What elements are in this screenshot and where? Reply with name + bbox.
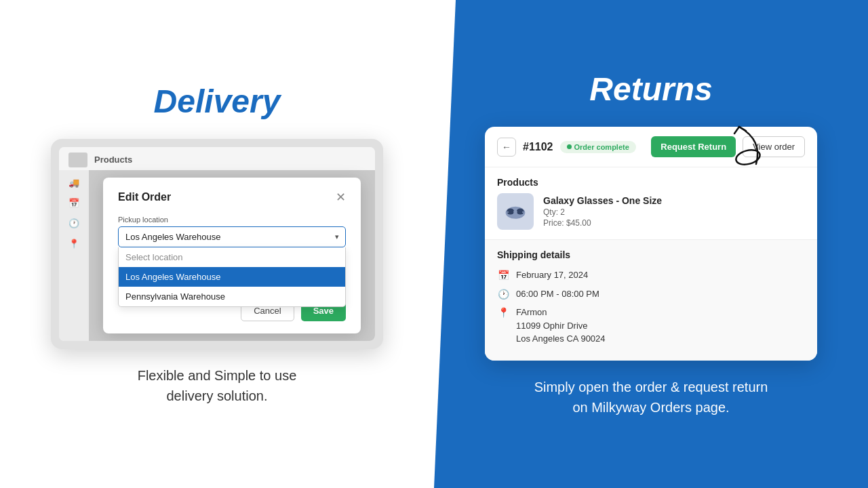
edit-order-modal: Edit Order ✕ Pickup location Los Angeles… [103, 178, 361, 333]
products-section-title: Products [485, 167, 817, 193]
shipping-address-row: 📍 FArmon 11099 Ophir Drive Los Angeles C… [497, 306, 805, 346]
product-name: Galaxy Glasses - One Size [543, 195, 662, 206]
order-card-header: ← #1102 Order complete Request Return Vi… [485, 127, 817, 167]
back-button[interactable]: ← [497, 138, 516, 157]
modal-title: Edit Order [118, 191, 171, 203]
request-return-button[interactable]: Request Return [651, 136, 736, 157]
shipping-date-row: 📅 February 17, 2024 [497, 268, 805, 282]
right-panel: Returns ← #1102 Order complete Request R… [434, 0, 868, 488]
product-qty: Qty: 2 [543, 207, 662, 217]
delivery-title: Delivery [154, 83, 281, 120]
pickup-dropdown-list: Select location Los Angeles Warehouse Pe… [118, 247, 346, 307]
tablet-sidebar: 🚚 📅 🕐 📍 [59, 170, 89, 341]
shipping-name: FArmon [516, 307, 547, 317]
returns-title: Returns [589, 70, 712, 108]
shipping-date: February 17, 2024 [516, 268, 588, 282]
shipping-section: Shipping details 📅 February 17, 2024 🕐 0… [485, 239, 817, 361]
dropdown-placeholder[interactable]: Select location [119, 247, 345, 267]
calendar-icon: 📅 [66, 196, 81, 211]
product-thumbnail [68, 152, 87, 167]
order-status-label: Order complete [574, 143, 629, 151]
product-price: Price: $45.00 [543, 218, 662, 228]
shipping-clock-icon: 🕐 [497, 288, 509, 300]
left-panel: Delivery Products 🚚 📅 🕐 📍 [0, 0, 434, 488]
returns-description: Simply open the order & request return o… [534, 377, 768, 418]
returns-desc-line1: Simply open the order & request return [534, 380, 768, 394]
order-status-badge: Order complete [560, 141, 636, 153]
view-order-button[interactable]: View order [743, 136, 805, 157]
shipping-calendar-icon: 📅 [497, 269, 509, 281]
modal-close-button[interactable]: ✕ [336, 191, 346, 203]
right-content-wrapper: ← #1102 Order complete Request Return Vi… [485, 127, 817, 361]
shipping-time-row: 🕐 06:00 PM - 08:00 PM [497, 287, 805, 301]
delivery-desc-line1: Flexible and Simple to use [138, 368, 297, 383]
shipping-section-title: Shipping details [497, 249, 805, 260]
modal-overlay: Edit Order ✕ Pickup location Los Angeles… [89, 170, 375, 341]
svg-rect-4 [507, 211, 509, 213]
pickup-label: Pickup location [118, 216, 346, 224]
tablet-top-bar-label: Products [94, 155, 132, 165]
product-info: Galaxy Glasses - One Size Qty: 2 Price: … [543, 195, 662, 228]
order-header-actions: Request Return View order [651, 136, 805, 157]
svg-rect-3 [513, 211, 517, 213]
pickup-select[interactable]: Los Angeles Warehouse [118, 226, 346, 247]
shipping-address1: 11099 Ophir Drive [516, 321, 588, 331]
svg-rect-5 [522, 211, 524, 213]
product-image [497, 193, 534, 230]
order-id-row: ← #1102 Order complete [497, 138, 636, 157]
tablet-main: Edit Order ✕ Pickup location Los Angeles… [89, 170, 375, 341]
dropdown-option-la[interactable]: Los Angeles Warehouse [119, 267, 345, 287]
shipping-address2: Los Angeles CA 90024 [516, 333, 606, 344]
shipping-address: FArmon 11099 Ophir Drive Los Angeles CA … [516, 306, 606, 346]
delivery-description: Flexible and Simple to use delivery solu… [138, 365, 297, 406]
ship-icon: 🚚 [66, 176, 81, 190]
product-img-svg [503, 199, 528, 224]
delivery-desc-line2: delivery solution. [167, 388, 268, 403]
tablet-mockup: Products 🚚 📅 🕐 📍 Edi [51, 139, 383, 349]
shipping-time: 06:00 PM - 08:00 PM [516, 287, 599, 301]
order-id: #1102 [523, 141, 553, 153]
product-row: Galaxy Glasses - One Size Qty: 2 Price: … [485, 193, 817, 239]
dropdown-option-pa[interactable]: Pennsylvania Warehouse [119, 287, 345, 306]
modal-header: Edit Order ✕ [118, 191, 346, 203]
status-dot [567, 144, 572, 149]
pickup-select-wrapper: Los Angeles Warehouse ▾ Select location … [118, 226, 346, 247]
shipping-pin-icon: 📍 [497, 306, 509, 319]
returns-desc-line2: on Milkyway Orders page. [572, 400, 729, 415]
clock-icon: 🕐 [66, 216, 81, 231]
order-card: ← #1102 Order complete Request Return Vi… [485, 127, 817, 361]
tablet-top-bar: Products [59, 147, 375, 170]
tablet-content: 🚚 📅 🕐 📍 Edit Order ✕ [59, 170, 375, 341]
pin-icon: 📍 [66, 237, 81, 251]
